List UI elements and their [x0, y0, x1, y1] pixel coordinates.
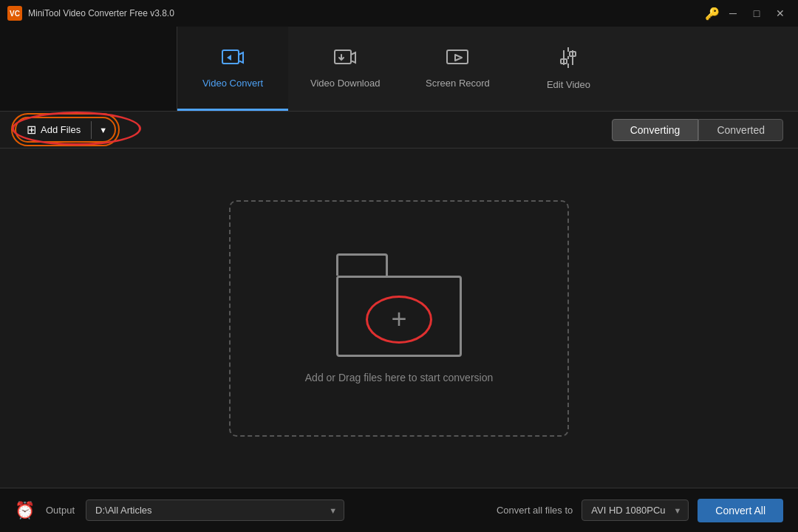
- tab-edit-video[interactable]: Edit Video: [513, 27, 624, 111]
- bottom-bar: ⏰ Output D:\All Articles ▼ Convert all f…: [0, 488, 798, 532]
- app-logo: VC: [7, 6, 22, 21]
- toolbar: ⊞ Add Files ▼ Converting Converted: [0, 112, 798, 149]
- folder-plus-icon: +: [391, 306, 406, 332]
- add-files-plus-icon: ⊞: [27, 123, 36, 137]
- clock-icon: ⏰: [15, 501, 35, 520]
- bottom-right: Convert all files to AVI HD 1080PCu ▼ Co…: [497, 499, 783, 522]
- close-button[interactable]: ✕: [770, 6, 791, 21]
- minimize-button[interactable]: ─: [723, 6, 743, 21]
- folder-tab: [336, 253, 388, 276]
- video-download-icon: [333, 47, 357, 72]
- app-title: MiniTool Video Converter Free v3.8.0: [28, 8, 174, 18]
- maximize-button[interactable]: □: [746, 6, 767, 21]
- tab-video-download[interactable]: Video Download: [288, 27, 402, 111]
- sub-tab-converting[interactable]: Converting: [612, 119, 699, 141]
- tab-video-download-label: Video Download: [310, 78, 380, 89]
- folder-icon: +: [336, 253, 462, 357]
- tab-video-convert-label: Video Convert: [202, 78, 263, 89]
- drop-zone[interactable]: + Add or Drag files here to start conver…: [229, 200, 569, 437]
- add-files-dropdown-button[interactable]: ▼: [91, 121, 115, 139]
- add-files-label: Add Files: [41, 124, 81, 135]
- title-bar: VC MiniTool Video Converter Free v3.8.0 …: [0, 0, 798, 27]
- folder-body: +: [336, 276, 462, 357]
- tab-edit-video-label: Edit Video: [547, 79, 590, 90]
- convert-all-files-label: Convert all files to: [497, 505, 573, 516]
- output-label: Output: [46, 505, 75, 516]
- svg-rect-2: [447, 50, 468, 64]
- title-bar-left: VC MiniTool Video Converter Free v3.8.0: [7, 6, 174, 21]
- folder-plus-circle: +: [366, 296, 432, 344]
- main-content: + Add or Drag files here to start conver…: [0, 149, 798, 488]
- add-files-main-button[interactable]: ⊞ Add Files: [16, 118, 91, 141]
- tab-video-convert[interactable]: Video Convert: [177, 27, 288, 111]
- video-convert-icon: [221, 47, 245, 72]
- convert-all-button[interactable]: Convert All: [698, 499, 783, 522]
- add-files-button-group[interactable]: ⊞ Add Files ▼: [15, 117, 116, 143]
- format-select[interactable]: AVI HD 1080PCu: [582, 499, 689, 521]
- output-path-select[interactable]: D:\All Articles: [86, 499, 344, 521]
- nav-left-spacer: [0, 27, 177, 111]
- key-icon[interactable]: 🔑: [705, 7, 720, 21]
- screen-record-icon: [446, 47, 469, 72]
- edit-video-icon: [556, 46, 580, 73]
- title-bar-controls: 🔑 ─ □ ✕: [705, 6, 791, 21]
- format-select-wrapper: AVI HD 1080PCu ▼: [582, 499, 689, 521]
- sub-tabs: Converting Converted: [612, 119, 783, 141]
- drop-zone-text: Add or Drag files here to start conversi…: [305, 372, 493, 383]
- sub-tab-converted[interactable]: Converted: [698, 119, 783, 141]
- svg-rect-1: [335, 50, 351, 64]
- nav-tabs: Video Convert Video Download Screen Reco…: [0, 27, 798, 112]
- tab-screen-record-label: Screen Record: [426, 78, 490, 89]
- tab-screen-record[interactable]: Screen Record: [402, 27, 513, 111]
- output-path-wrapper: D:\All Articles ▼: [86, 499, 344, 521]
